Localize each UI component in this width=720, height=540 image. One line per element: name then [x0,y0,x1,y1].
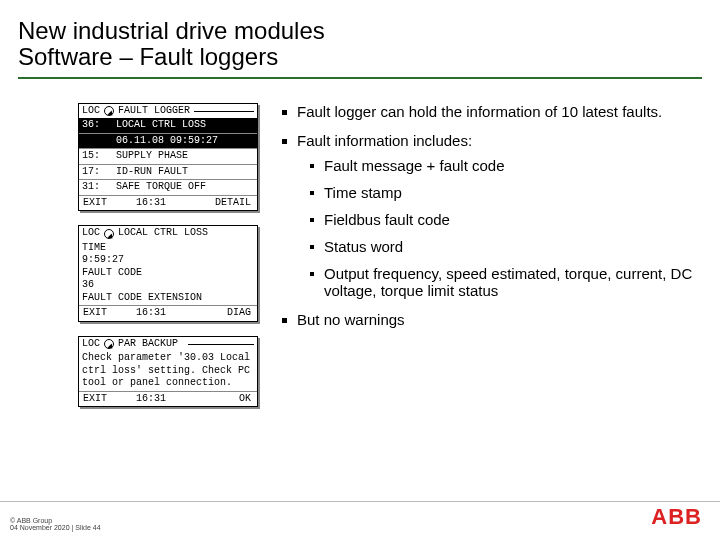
softkey-exit[interactable]: EXIT [79,392,121,407]
bullet-icon [310,245,314,249]
clock-display: 16:31 [121,196,181,211]
softkey-detail[interactable]: DETAIL [181,196,257,211]
fault-row: 06.11.08 09:59:27 [79,134,257,150]
title-line-1: New industrial drive modules [18,18,702,44]
loc-label: LOC [82,338,100,351]
abb-logo: ABB [651,504,702,530]
refresh-icon [104,106,114,116]
lcd-panel-fault-detail: LOC LOCAL CTRL LOSS TIME 9:59:27 FAULT C… [78,225,258,322]
panel-header: FAULT LOGGER [118,105,190,118]
bullet-icon [310,218,314,222]
fault-row: 31: SAFE TORQUE OFF [79,180,257,195]
title-rule [18,77,702,79]
panel-body: Check parameter '30.03 Local ctrl loss' … [79,351,257,391]
lcd-panel-fault-logger: LOC FAULT LOGGER 36: LOCAL CTRL LOSS 06.… [78,103,258,212]
list-item: Status word [310,238,702,255]
list-item: Fault logger can hold the information of… [282,103,702,120]
footer-rule [0,501,720,502]
list-item: Fault message + fault code [310,157,702,174]
bullet-icon [282,318,287,323]
clock-display: 16:31 [121,392,181,407]
lcd-panel-par-backup: LOC PAR BACKUP Check parameter '30.03 Lo… [78,336,258,408]
lcd-panels-column: LOC FAULT LOGGER 36: LOCAL CTRL LOSS 06.… [18,103,258,422]
bullet-list: Fault logger can hold the information of… [282,103,702,422]
bullet-icon [310,164,314,168]
fault-row: 36: LOCAL CTRL LOSS [79,118,257,134]
softkey-diag[interactable]: DIAG [181,306,257,321]
fault-row: 17: ID-RUN FAULT [79,165,257,181]
list-item: Fieldbus fault code [310,211,702,228]
refresh-icon [104,229,114,239]
loc-label: LOC [82,105,100,118]
panel-header: PAR BACKUP [118,338,184,351]
bullet-icon [310,272,314,276]
slide-footer: © ABB Group 04 November 2020 | Slide 44 [10,517,101,532]
panel-body: TIME 9:59:27 FAULT CODE 36 FAULT CODE EX… [79,241,257,306]
refresh-icon [104,339,114,349]
panel-header: LOCAL CTRL LOSS [118,227,254,240]
clock-display: 16:31 [121,306,181,321]
bullet-icon [282,139,287,144]
slide-title: New industrial drive modules Software – … [0,0,720,85]
softkey-exit[interactable]: EXIT [79,196,121,211]
list-item: Output frequency, speed estimated, torqu… [310,265,702,299]
bullet-icon [310,191,314,195]
list-item: Fault information includes: Fault messag… [282,132,702,299]
loc-label: LOC [82,227,100,240]
fault-row: 15: SUPPLY PHASE [79,149,257,165]
list-item: Time stamp [310,184,702,201]
title-line-2: Software – Fault loggers [18,44,702,70]
bullet-icon [282,110,287,115]
softkey-ok[interactable]: OK [181,392,257,407]
list-item: But no warnings [282,311,702,328]
softkey-exit[interactable]: EXIT [79,306,121,321]
